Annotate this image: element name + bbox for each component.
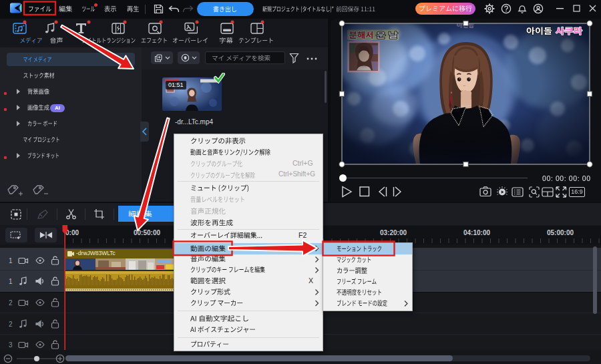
svg-text:3: 3	[9, 341, 13, 349]
svg-text:2: 2	[9, 299, 13, 307]
svg-text:2: 2	[9, 321, 13, 328]
svg-text:1: 1	[9, 257, 13, 264]
svg-text:1: 1	[9, 278, 13, 285]
